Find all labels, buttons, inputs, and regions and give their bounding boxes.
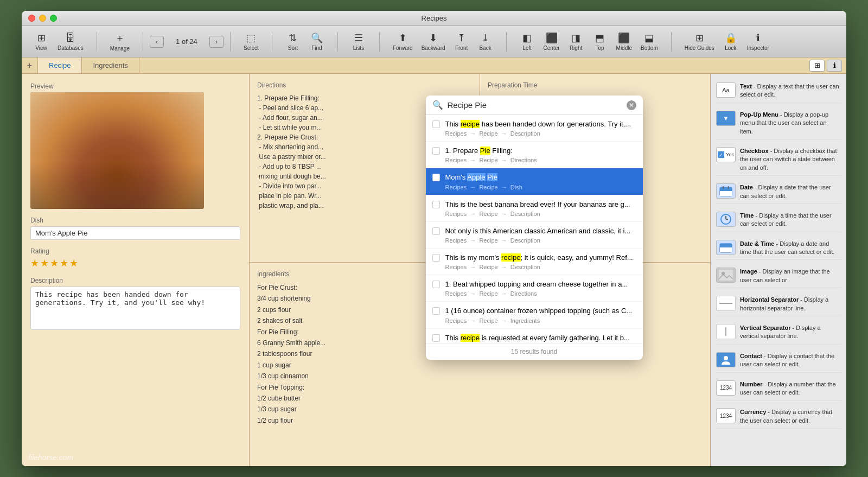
select-button[interactable]: ⬚ Select: [240, 30, 262, 53]
result-checkbox: [432, 334, 440, 342]
hide-guides-button[interactable]: ⊞ Hide Guides: [681, 30, 718, 53]
inspector-item-popup-menu[interactable]: ▼Pop-Up Menu - Display a pop-up menu tha…: [716, 107, 841, 139]
front-label: Front: [455, 45, 468, 51]
lock-button[interactable]: 🔒 Lock: [720, 30, 742, 53]
right-label: Right: [570, 45, 582, 51]
result-path: Recipes → Recipe → Ingredients: [445, 317, 636, 324]
center-button[interactable]: ⬛ Center: [540, 30, 563, 53]
svg-point-19: [724, 356, 728, 360]
search-result-item[interactable]: This recipe is requested at every family…: [426, 329, 643, 344]
prep-title: Preparation Time: [488, 81, 703, 89]
inspector-item-text-popup-menu: Pop-Up Menu - Display a pop-up menu that…: [740, 111, 841, 136]
directions-title: Directions: [257, 81, 472, 89]
path-part: Recipes: [445, 264, 467, 270]
align-right-icon: ◨: [571, 32, 580, 44]
result-text: This is my mom's recipe; it is quick, ea…: [445, 253, 636, 263]
left-button[interactable]: ◧ Left: [516, 30, 538, 53]
inspector-thumb-currency: 1234: [716, 408, 736, 423]
top-button[interactable]: ⬒ Top: [589, 30, 611, 53]
search-result-item[interactable]: 1. Prepare Pie Filling:Recipes → Recipe …: [426, 142, 643, 168]
search-result-item[interactable]: This recipe has been handed down for gen…: [426, 115, 643, 142]
highlight: Apple: [467, 173, 485, 181]
path-part: Description: [510, 211, 540, 217]
inspector-icons: ⊞ ℹ: [805, 58, 846, 73]
preview-section: Preview: [30, 82, 240, 209]
select-group: ⬚ Select: [237, 30, 265, 53]
tab-add-button[interactable]: +: [22, 58, 38, 73]
nav-prev-button[interactable]: ‹: [150, 36, 164, 48]
search-clear-button[interactable]: ✕: [627, 100, 636, 110]
path-part: Recipes: [445, 184, 467, 190]
path-part: Recipes: [445, 157, 467, 163]
search-result-item[interactable]: This is the best banana bread ever! If y…: [426, 195, 643, 222]
guides-icon: ⊞: [695, 32, 704, 44]
find-button[interactable]: 🔍 Find: [306, 30, 328, 53]
find-label: Find: [311, 45, 322, 51]
backward-button[interactable]: ⬇ Backward: [418, 30, 449, 53]
rating-stars[interactable]: ★★★★★: [30, 257, 240, 269]
tab-recipe[interactable]: Recipe: [38, 58, 82, 73]
view-label: View: [35, 45, 47, 51]
inspector-item-datetime[interactable]: Date & Time - Display a date and time th…: [716, 237, 841, 260]
dish-input[interactable]: [30, 226, 240, 240]
inspector-item-number[interactable]: 1234Number - Display a number that the u…: [716, 377, 841, 401]
middle-button[interactable]: ⬛ Middle: [613, 30, 635, 53]
result-path: Recipes → Recipe → Dish: [445, 184, 636, 190]
result-content: 1 (16 ounce) container frozen whipped to…: [445, 306, 636, 323]
inspector-item-image[interactable]: Image - Display an image that the user c…: [716, 264, 841, 288]
inspector-panel: AaText - Display a text that the user ca…: [711, 74, 846, 466]
tab-ingredients[interactable]: Ingredients: [82, 58, 139, 73]
search-result-item[interactable]: This is my mom's recipe; it is quick, ea…: [426, 249, 643, 275]
sep3: [230, 32, 231, 52]
inspector-info-btn[interactable]: ℹ: [827, 60, 842, 72]
inspector-item-currency[interactable]: 1234Currency - Display a currency that t…: [716, 405, 841, 429]
lists-icon: ☰: [354, 32, 363, 44]
result-text: Not only is this American classic Americ…: [445, 226, 636, 236]
inspector-item-contact[interactable]: Contact - Display a contact that the use…: [716, 349, 841, 373]
search-result-item[interactable]: 1 (16 ounce) container frozen whipped to…: [426, 302, 643, 328]
inspector-thumb-time: [716, 212, 736, 227]
databases-button[interactable]: 🗄 Databases: [54, 31, 87, 53]
lists-button[interactable]: ☰ Lists: [348, 30, 369, 53]
nav-next-button[interactable]: ›: [209, 36, 224, 48]
maximize-button[interactable]: [50, 15, 57, 22]
inspector-item-vertical-separator[interactable]: Vertical Separator - Display a vertical …: [716, 321, 841, 345]
search-input[interactable]: [448, 100, 622, 110]
right-button[interactable]: ◨ Right: [565, 30, 587, 53]
result-text: This is the best banana bread ever! If y…: [445, 200, 636, 209]
inspector-item-text-date: Date - Display a date that the user can …: [740, 183, 841, 200]
inspector-button[interactable]: ℹ Inspector: [744, 30, 773, 53]
view-button[interactable]: ⊞ View: [30, 30, 52, 53]
back-button[interactable]: ⤓ Back: [475, 30, 496, 53]
inspector-item-checkbox[interactable]: ✓YesCheckbox - Display a checkbox that t…: [716, 144, 841, 176]
close-button[interactable]: [28, 15, 35, 22]
front-button[interactable]: ⤒ Front: [451, 30, 473, 53]
bottom-button[interactable]: ⬓ Bottom: [637, 30, 661, 53]
search-result-item[interactable]: Mom's Apple PieRecipes → Recipe → Dish: [426, 168, 643, 195]
search-results: This recipe has been handed down for gen…: [426, 115, 643, 343]
inspector-item-time[interactable]: Time - Display a time that the user can …: [716, 208, 841, 232]
view-icon: ⊞: [37, 32, 46, 44]
inspector-item-text[interactable]: AaText - Display a text that the user ca…: [716, 79, 841, 103]
manage-button[interactable]: ＋ Manage: [107, 30, 133, 53]
left-panel: Preview Dish Rating ★★★★★ Description Th…: [22, 74, 250, 466]
path-arrow-icon: →: [500, 264, 509, 270]
result-content: 1. Prepare Pie Filling:Recipes → Recipe …: [445, 146, 636, 163]
sort-button[interactable]: ⇅ Sort: [282, 30, 304, 53]
window-title: Recipes: [422, 14, 447, 22]
description-textarea[interactable]: This recipe has been handed down for gen…: [30, 287, 240, 330]
inspector-toggle-btn[interactable]: ⊞: [809, 60, 825, 72]
path-arrow-icon: →: [468, 184, 477, 190]
sort-label: Sort: [288, 45, 298, 51]
search-result-item[interactable]: Not only is this American classic Americ…: [426, 222, 643, 249]
inspector-item-date[interactable]: Date - Display a date that the user can …: [716, 180, 841, 204]
search-result-item[interactable]: 1. Beat whipped topping and cream cheese…: [426, 275, 643, 302]
inspector-item-horizontal-separator[interactable]: Horizontal Separator - Display a horizon…: [716, 292, 841, 316]
path-arrow-icon: →: [468, 130, 477, 137]
minimize-button[interactable]: [39, 15, 46, 22]
manage-group: ＋ Manage: [104, 30, 136, 53]
sep5: [337, 32, 338, 52]
highlight: recipe: [501, 253, 520, 262]
inspector-item-text-image: Image - Display an image that the user c…: [740, 268, 841, 284]
forward-button[interactable]: ⬆ Forward: [390, 30, 416, 53]
